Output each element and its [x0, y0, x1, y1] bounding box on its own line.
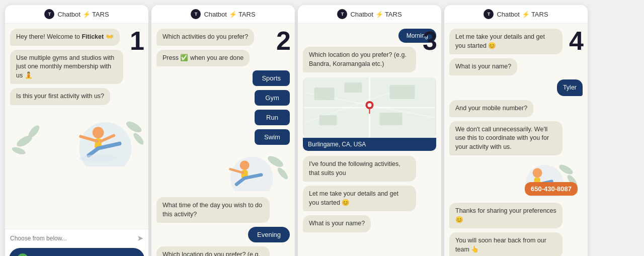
tars-logo-1: T: [44, 9, 54, 19]
svg-point-5: [132, 131, 143, 146]
run-button[interactable]: Run: [255, 110, 290, 125]
svg-point-15: [276, 166, 289, 181]
panel-3-header: T Chatbot ⚡ TARS: [298, 5, 441, 24]
map-card: Burlingame, CA, USA: [303, 77, 436, 151]
illustration-4: 650-430-8087: [449, 161, 583, 197]
panel-1-input[interactable]: [10, 235, 134, 242]
step-number-3: 3: [423, 28, 437, 54]
msg-3-1: Which location do you prefer? (e.g. Band…: [303, 47, 416, 72]
tars-logo-4: T: [484, 9, 494, 19]
msg-4-6: You will soon hear back from our team 👆: [449, 232, 562, 256]
svg-rect-27: [345, 82, 362, 93]
tars-logo-2: T: [191, 9, 201, 19]
svg-point-37: [533, 168, 542, 178]
tars-logo-3: T: [337, 9, 347, 19]
yes-button-1[interactable]: ✔ Yes, that's right!: [9, 248, 144, 256]
panel-2-body: 2 Which activities do you prefer? Press …: [151, 24, 295, 256]
svg-point-3: [11, 145, 27, 155]
panel-4-body: 4 Let me take your details and get you s…: [444, 24, 588, 256]
svg-rect-30: [390, 85, 415, 99]
msg-4-5: Thanks for sharing your preferences 😊: [449, 203, 562, 228]
panel-3-body: 3 Morning Which location do you prefer? …: [298, 24, 441, 256]
msg-4-tyler: Tyler: [557, 79, 583, 97]
send-icon-1[interactable]: ➤: [137, 233, 143, 243]
msg-3-2: I've found the following activities, tha…: [303, 156, 416, 182]
gym-button[interactable]: Gym: [255, 90, 290, 106]
svg-rect-29: [319, 115, 337, 125]
phone-number: 650-430-8087: [525, 182, 578, 196]
panel-4-header: T Chatbot ⚡ TARS: [444, 5, 588, 24]
panel-1: T Chatbot ⚡ TARS 1 Hey there! Welcome to…: [5, 5, 148, 256]
panel-4-header-label: Chatbot ⚡ TARS: [497, 11, 548, 18]
panel-4: T Chatbot ⚡ TARS 4 Let me take your deta…: [444, 5, 588, 256]
msg-3-4: What is your name?: [303, 215, 371, 232]
panel-2-header: T Chatbot ⚡ TARS: [151, 5, 295, 24]
msg-1-2: Use multiple gyms and studios with just …: [10, 50, 123, 84]
panel-3-header-label: Chatbot ⚡ TARS: [350, 11, 401, 18]
illustration-2: [156, 151, 290, 191]
svg-point-12: [79, 154, 117, 162]
illustration-1: [10, 111, 143, 166]
msg-1-3: Is this your first activity with us?: [10, 88, 110, 105]
msg-4-2: What is your name?: [449, 58, 517, 75]
svg-point-4: [125, 119, 143, 134]
panel-2: T Chatbot ⚡ TARS 2 Which activities do y…: [151, 5, 295, 256]
step-number-2: 2: [276, 28, 291, 54]
app-container: T Chatbot ⚡ TARS 1 Hey there! Welcome to…: [5, 5, 639, 256]
sports-button[interactable]: Sports: [253, 70, 290, 86]
panel-1-header-label: Chatbot ⚡ TARS: [57, 11, 109, 18]
yes-icon-1: ✔: [17, 253, 28, 256]
msg-4-1: Let me take your details and get you sta…: [449, 29, 562, 54]
svg-point-6: [93, 127, 104, 138]
msg-2-1: Which activities do you prefer?: [156, 29, 254, 46]
swim-button[interactable]: Swim: [255, 129, 290, 145]
msg-2-3: What time of the day you wish to do this…: [156, 197, 270, 223]
msg-4-4: We don't call unnecessarily. We'll use t…: [449, 121, 562, 156]
svg-point-32: [368, 103, 372, 107]
svg-rect-26: [314, 88, 335, 100]
svg-point-16: [240, 160, 250, 170]
panel-2-header-label: Chatbot ⚡ TARS: [204, 11, 255, 18]
panel-1-header: T Chatbot ⚡ TARS: [5, 5, 148, 24]
msg-2-4: Which location do you prefer? (e.g. Band…: [156, 246, 270, 256]
map-location-label: Burlingame, CA, USA: [303, 138, 436, 151]
panel-1-input-area: ➤: [5, 229, 148, 247]
step-number-1: 1: [130, 28, 144, 54]
panel-3: T Chatbot ⚡ TARS 3 Morning Which locatio…: [298, 5, 441, 256]
msg-2-2: Press ✅ when you are done: [156, 50, 250, 67]
svg-rect-28: [380, 113, 403, 125]
evening-button[interactable]: Evening: [248, 227, 290, 242]
msg-3-3: Let me take your details and get you sta…: [303, 186, 416, 211]
map-visual: [303, 77, 436, 138]
msg-1-1: Hey there! Welcome to Fiticket 👐: [10, 29, 120, 46]
panel-1-body: 1 Hey there! Welcome to Fiticket 👐 Use m…: [5, 24, 148, 229]
msg-4-3: And your mobile number?: [449, 100, 533, 117]
step-number-4: 4: [569, 28, 584, 54]
